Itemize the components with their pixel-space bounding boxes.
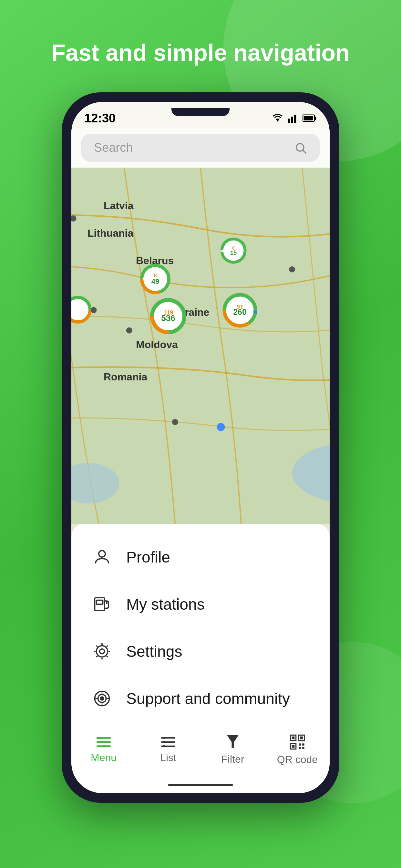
svg-rect-5 xyxy=(314,117,316,120)
filter-nav-label: Filter xyxy=(221,753,244,765)
svg-marker-0 xyxy=(276,119,280,122)
search-icon xyxy=(294,142,307,154)
svg-rect-3 xyxy=(294,115,296,123)
settings-icon xyxy=(92,642,112,661)
svg-point-42 xyxy=(99,551,105,557)
my-stations-icon-wrap xyxy=(91,593,113,616)
menu-item-profile[interactable]: Profile xyxy=(71,533,330,581)
gas-station-icon xyxy=(92,594,112,614)
svg-rect-1 xyxy=(288,119,290,123)
svg-rect-63 xyxy=(292,737,295,740)
profile-icon xyxy=(92,547,112,567)
svg-rect-68 xyxy=(299,744,301,746)
search-placeholder: Search xyxy=(94,141,288,155)
svg-point-59 xyxy=(163,741,165,743)
nav-item-list[interactable]: List xyxy=(136,722,201,777)
svg-text:49: 49 xyxy=(151,277,159,285)
svg-point-18 xyxy=(217,423,225,431)
my-stations-label: My stations xyxy=(126,595,205,613)
home-indicator xyxy=(71,777,330,793)
search-bar[interactable]: Search xyxy=(81,134,320,162)
svg-rect-69 xyxy=(302,744,305,746)
menu-item-settings[interactable]: Settings xyxy=(71,628,330,675)
cluster-marker-4[interactable]: 97 260 xyxy=(220,290,260,332)
settings-label: Settings xyxy=(126,643,182,660)
phone-screen: 12:30 xyxy=(71,102,330,793)
bottom-sheet: Profile My stations xyxy=(71,524,330,722)
search-bar-container: Search xyxy=(71,128,330,167)
svg-point-14 xyxy=(91,307,97,313)
svg-rect-71 xyxy=(302,747,305,749)
cluster-marker-3[interactable]: 119 536 xyxy=(147,295,189,338)
menu-nav-label: Menu xyxy=(91,752,117,764)
map-area[interactable]: Latvia Lithuania Belarus Ukraine Moldova… xyxy=(71,167,330,524)
svg-rect-6 xyxy=(304,116,313,121)
svg-line-8 xyxy=(303,150,306,153)
filter-nav-icon xyxy=(225,734,241,750)
svg-point-46 xyxy=(100,649,104,654)
page-headline: Fast and simple navigation xyxy=(26,39,375,66)
svg-point-7 xyxy=(297,144,304,151)
phone-notch xyxy=(172,108,229,116)
menu-item-my-stations[interactable]: My stations xyxy=(71,581,330,628)
wifi-icon xyxy=(272,114,284,123)
svg-rect-2 xyxy=(291,117,293,123)
svg-rect-70 xyxy=(299,747,301,749)
svg-point-17 xyxy=(289,267,295,273)
svg-point-15 xyxy=(126,328,132,334)
svg-text:260: 260 xyxy=(233,307,247,316)
profile-label: Profile xyxy=(126,548,170,566)
qr-nav-icon xyxy=(289,734,306,750)
svg-marker-61 xyxy=(227,735,239,748)
map-background xyxy=(71,167,330,524)
list-nav-icon xyxy=(160,736,177,748)
svg-rect-65 xyxy=(300,737,303,740)
profile-icon-wrap xyxy=(91,546,113,568)
support-icon-wrap xyxy=(91,687,113,710)
signal-icon xyxy=(288,114,299,123)
menu-item-support[interactable]: Support and community xyxy=(71,675,330,722)
svg-point-58 xyxy=(163,737,165,739)
menu-nav-icon xyxy=(95,736,112,748)
svg-point-60 xyxy=(163,745,165,748)
nav-item-qr[interactable]: QR code xyxy=(265,722,330,777)
qr-nav-label: QR code xyxy=(277,754,318,766)
svg-point-50 xyxy=(100,697,104,700)
battery-icon xyxy=(303,114,317,122)
svg-rect-67 xyxy=(292,745,295,748)
list-nav-label: List xyxy=(160,752,176,764)
svg-text:15: 15 xyxy=(230,250,237,256)
settings-icon-wrap xyxy=(91,640,113,662)
nav-item-menu[interactable]: Menu xyxy=(71,722,136,777)
support-icon xyxy=(92,689,112,708)
svg-rect-44 xyxy=(96,600,103,604)
cluster-marker-1[interactable]: 8 49 xyxy=(137,261,173,298)
cluster-marker-5[interactable] xyxy=(71,293,91,327)
nav-item-filter[interactable]: Filter xyxy=(201,722,265,777)
bottom-nav: Menu List Filter xyxy=(71,722,330,777)
svg-text:536: 536 xyxy=(161,313,175,323)
status-icons xyxy=(272,114,317,123)
svg-point-16 xyxy=(172,419,178,425)
svg-point-47 xyxy=(96,646,108,657)
cluster-marker-2[interactable]: 0 15 xyxy=(218,236,249,268)
phone-frame: 12:30 xyxy=(62,92,339,803)
home-bar xyxy=(168,784,233,786)
status-time: 12:30 xyxy=(84,112,116,125)
support-label: Support and community xyxy=(126,690,290,708)
